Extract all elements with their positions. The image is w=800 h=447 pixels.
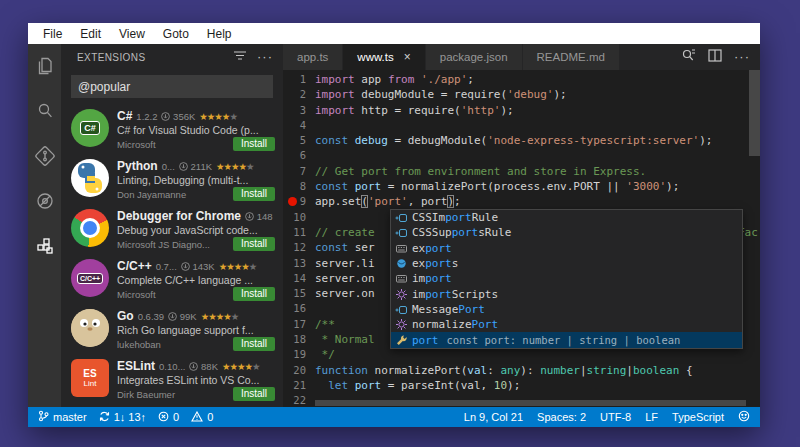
extension-list-item[interactable]: Python0... 211K★★★★★Linting, Debugging (… xyxy=(61,155,283,205)
cpp-extension-icon: C/C++ xyxy=(71,259,109,297)
suggestion-item[interactable]: CSSImportRule xyxy=(391,210,742,225)
tab-label: README.md xyxy=(537,51,605,63)
suggestion-label: export xyxy=(412,242,452,255)
status-smiley[interactable] xyxy=(738,410,750,424)
menu-item-edit[interactable]: Edit xyxy=(71,27,110,41)
status-lf[interactable]: LF xyxy=(645,411,658,423)
class-kind-icon xyxy=(395,303,412,316)
code-line: 21 let port = parseInt(val, 10); xyxy=(283,378,760,393)
smiley-icon xyxy=(738,410,750,424)
method-kind-icon xyxy=(395,318,412,331)
install-button[interactable]: Install xyxy=(233,237,275,251)
open-preview-icon[interactable] xyxy=(681,48,696,66)
menu-item-goto[interactable]: Goto xyxy=(154,27,198,41)
extension-list-item[interactable]: Debugger for Chrome 148Debug your JavaSc… xyxy=(61,205,283,255)
code-line: 8const port = normalizePort(process.env.… xyxy=(283,179,760,194)
code-line: 20function normalizePort(val: any): numb… xyxy=(283,363,760,378)
download-count: 88K xyxy=(189,361,218,372)
suggestion-item[interactable]: importScripts xyxy=(391,286,742,301)
extension-description: Complete C/C++ language ... xyxy=(117,274,275,286)
suggestion-item[interactable]: export xyxy=(391,241,742,256)
activity-bar xyxy=(28,44,61,407)
go-extension-icon xyxy=(71,309,109,347)
suggestion-label: port xyxy=(412,334,439,347)
tab-label: www.ts xyxy=(357,51,393,63)
extensions-search xyxy=(71,75,273,98)
status-warning[interactable]: 0 xyxy=(191,411,213,424)
extension-list-item[interactable]: ESLintESLint0.10... 88K★★★★★Integrates E… xyxy=(61,355,283,405)
status-typescript[interactable]: TypeScript xyxy=(672,411,724,423)
source-control-icon[interactable] xyxy=(33,144,57,168)
suggestion-item[interactable]: exports xyxy=(391,256,742,271)
class-kind-icon xyxy=(395,226,412,239)
suggestion-item-selected[interactable]: portconst port: number | string | boolea… xyxy=(391,332,742,347)
suggestion-label: importScripts xyxy=(412,288,498,301)
menu-item-help[interactable]: Help xyxy=(198,27,241,41)
horizontal-scrollbar[interactable] xyxy=(315,400,746,406)
filter-icon[interactable] xyxy=(233,50,247,64)
tab-www-ts[interactable]: www.ts× xyxy=(343,44,425,70)
status-sync[interactable]: 1↓ 13↑ xyxy=(99,411,146,424)
suggestion-detail: const port: number | string | boolean xyxy=(447,334,681,346)
close-icon[interactable]: × xyxy=(404,50,411,64)
code-line: 5const debug = debugModule('node-express… xyxy=(283,133,760,148)
line-number: 3 xyxy=(283,103,315,118)
install-button[interactable]: Install xyxy=(233,287,275,301)
method-kind-icon xyxy=(395,288,412,301)
extension-publisher: Microsoft xyxy=(117,289,233,300)
extension-list-item[interactable]: Go0.6.39 99K★★★★★Rich Go language suppor… xyxy=(61,305,283,355)
status-ln-9-col-21[interactable]: Ln 9, Col 21 xyxy=(464,411,523,423)
search-icon[interactable] xyxy=(33,99,57,123)
tab-package-json[interactable]: package.json xyxy=(426,44,523,70)
download-count: 148 xyxy=(245,211,273,222)
suggestion-item[interactable]: CSSSupportsRule xyxy=(391,225,742,240)
extension-list-item[interactable]: C#C#1.2.2 356K★★★★★C# for Visual Studio … xyxy=(61,105,283,155)
status-error[interactable]: 0 xyxy=(158,411,179,424)
line-number: 19 xyxy=(283,347,315,362)
extension-publisher: Microsoft JS Diagno... xyxy=(117,239,233,250)
explorer-icon[interactable] xyxy=(33,54,57,78)
status-spaces-2[interactable]: Spaces: 2 xyxy=(537,411,586,423)
line-number: 18 xyxy=(283,332,315,347)
extension-list-item[interactable]: C/C++C/C++0.7... 143K★★★★★Complete C/C++… xyxy=(61,255,283,305)
line-number: 14 xyxy=(283,271,315,286)
line-number: 1 xyxy=(283,72,315,87)
editor-area: app.tswww.ts×package.jsonREADME.md ··· 1… xyxy=(283,44,760,407)
status-git-branch[interactable]: master xyxy=(38,410,87,424)
line-number: 22 xyxy=(283,393,315,407)
suggestion-item[interactable]: normalizePort xyxy=(391,317,742,332)
extension-description: Rich Go language support f... xyxy=(117,324,275,336)
tab-README-md[interactable]: README.md xyxy=(523,44,620,70)
suggestion-item[interactable]: import xyxy=(391,271,742,286)
editor-actions: ··· xyxy=(681,44,760,70)
install-button[interactable]: Install xyxy=(233,187,275,201)
menu-item-view[interactable]: View xyxy=(110,27,154,41)
suggestion-label: import xyxy=(412,272,452,285)
code-line: 2import debugModule = require('debug'); xyxy=(283,87,760,102)
debug-icon[interactable] xyxy=(33,189,57,213)
split-editor-icon[interactable] xyxy=(708,48,722,66)
suggestion-item[interactable]: MessagePort xyxy=(391,302,742,317)
code-editor[interactable]: 1import app from './app';2import debugMo… xyxy=(283,70,760,407)
search-input[interactable] xyxy=(72,76,272,97)
tab-label: app.ts xyxy=(297,51,328,63)
star-rating: ★★★★★ xyxy=(219,261,257,272)
line-number: 16 xyxy=(283,301,315,316)
status-utf-8[interactable]: UTF-8 xyxy=(600,411,631,423)
extension-publisher: Dirk Baeumer xyxy=(117,389,233,400)
extensions-icon[interactable] xyxy=(33,234,57,258)
suggestion-label: exports xyxy=(412,257,458,270)
suggestion-label: CSSImportRule xyxy=(412,211,498,224)
menu-item-file[interactable]: File xyxy=(34,27,71,41)
breakpoint-dot[interactable] xyxy=(288,197,297,206)
vertical-scrollbar[interactable] xyxy=(749,70,760,156)
tab-app-ts[interactable]: app.ts xyxy=(283,44,343,70)
extension-version: 0... xyxy=(162,161,175,172)
install-button[interactable]: Install xyxy=(233,137,275,151)
install-button[interactable]: Install xyxy=(233,387,275,401)
install-button[interactable]: Install xyxy=(233,337,275,351)
extension-name: Python xyxy=(117,159,158,173)
line-number: 7 xyxy=(283,164,315,179)
menu-bar: FileEditViewGotoHelp xyxy=(28,23,760,44)
code-line: 4 xyxy=(283,118,760,133)
